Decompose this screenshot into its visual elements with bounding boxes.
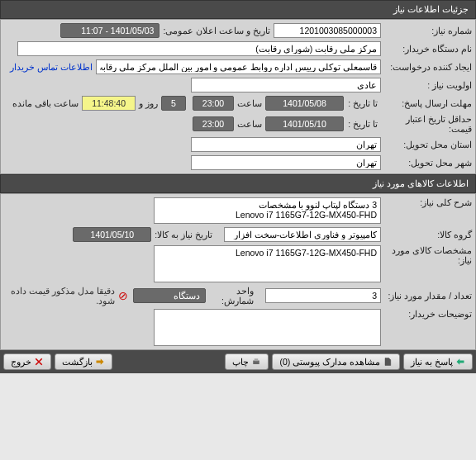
need-date-label: تاریخ نیاز به کالا: (151, 230, 216, 239)
exit-button[interactable]: خروج (3, 353, 51, 370)
announce-label: تاریخ و ساعت اعلان عمومی: (159, 26, 274, 36)
days-value: 5 (161, 96, 186, 111)
section-header-details: جزئیات اطلاعات نیاز (0, 0, 476, 19)
back-button[interactable]: بازگشت (55, 353, 112, 370)
validity-time: 23:00 (193, 116, 234, 131)
notes-label: توضیحات خریدار: (381, 309, 472, 319)
svg-rect-1 (255, 358, 259, 361)
desc-textarea[interactable] (154, 197, 381, 224)
qty-label: تعداد / مقدار مورد نیاز: (381, 291, 472, 301)
deadline-label: مهلت ارسال پاسخ: (381, 98, 472, 108)
attachments-button[interactable]: مشاهده مدارک پیوستی (0) (272, 353, 400, 370)
section-header-items: اطلاعات کالاهای مورد نیاز (0, 174, 476, 193)
province-input[interactable] (191, 137, 381, 152)
reply-button[interactable]: پاسخ به نیاز (403, 353, 473, 370)
spec-textarea[interactable] (154, 245, 381, 282)
print-button[interactable]: چاپ (225, 353, 269, 370)
contact-link[interactable]: اطلاعات تماس خریدار (10, 62, 93, 72)
to-date-label-1: تا تاریخ : (344, 98, 381, 108)
notes-textarea[interactable] (154, 309, 381, 346)
priority-input[interactable] (191, 78, 381, 92)
warning-icon: ⊘ (118, 289, 128, 302)
need-number-input[interactable] (274, 23, 381, 38)
time-label-2: ساعت (234, 119, 265, 129)
countdown: 11:48:40 (82, 96, 136, 111)
need-date-value: 1401/05/10 (73, 227, 151, 242)
back-icon (95, 357, 105, 367)
warn-text: دقیقا مدل مذکور قیمت داده شود. (4, 286, 118, 306)
buyer-label: نام دستگاه خریدار: (381, 44, 472, 54)
exit-button-label: خروج (11, 357, 31, 367)
to-date-label-2: تا تاریخ : (344, 119, 381, 129)
deadline-time: 23:00 (193, 96, 234, 111)
validity-date: 1401/05/10 (265, 116, 344, 131)
announce-value: 1401/05/03 - 11:07 (60, 23, 159, 38)
desc-label: شرح کلی نیاز: (381, 197, 472, 207)
validity-label: حداقل تاریخ اعتبار قیمت: (381, 114, 472, 134)
attachments-button-label: مشاهده مدارک پیوستی (293, 357, 380, 367)
priority-label: اولویت نیاز : (381, 80, 472, 90)
section-title: جزئیات اطلاعات نیاز (393, 4, 469, 14)
section-title-2: اطلاعات کالاهای مورد نیاز (373, 178, 469, 188)
requester-label: ایجاد کننده درخواست: (381, 62, 472, 72)
days-label: روز و (136, 98, 161, 108)
deadline-date: 1401/05/08 (265, 96, 344, 111)
city-label: شهر محل تحویل: (381, 158, 472, 168)
print-button-label: چاپ (232, 357, 249, 367)
print-icon (251, 357, 261, 367)
reply-icon (455, 357, 465, 367)
need-number-label: شماره نیاز: (381, 26, 472, 36)
unit-value: دستگاه (133, 288, 206, 303)
bottom-toolbar: پاسخ به نیاز مشاهده مدارک پیوستی (0) چاپ… (0, 350, 476, 373)
details-form: شماره نیاز: تاریخ و ساعت اعلان عمومی: 14… (0, 19, 476, 174)
province-label: استان محل تحویل: (381, 140, 472, 149)
spec-label: مشخصات کالای مورد نیاز: (381, 245, 472, 265)
group-label: گروه کالا: (381, 230, 472, 239)
attachment-icon (383, 357, 393, 367)
reply-button-label: پاسخ به نیاز (411, 357, 453, 367)
requester-input[interactable] (96, 59, 381, 74)
remain-label: ساعت باقی مانده (9, 98, 82, 108)
exit-icon (34, 357, 44, 367)
attachments-count: (0) (279, 357, 290, 367)
items-form: شرح کلی نیاز: گروه کالا: تاریخ نیاز به ک… (0, 193, 476, 350)
city-input[interactable] (191, 155, 381, 170)
unit-label: واحد شمارش: (206, 286, 257, 306)
qty-input[interactable] (265, 288, 381, 303)
group-input[interactable] (224, 227, 381, 242)
buyer-input[interactable] (17, 41, 381, 56)
time-label-1: ساعت (234, 98, 265, 108)
back-button-label: بازگشت (62, 357, 93, 367)
